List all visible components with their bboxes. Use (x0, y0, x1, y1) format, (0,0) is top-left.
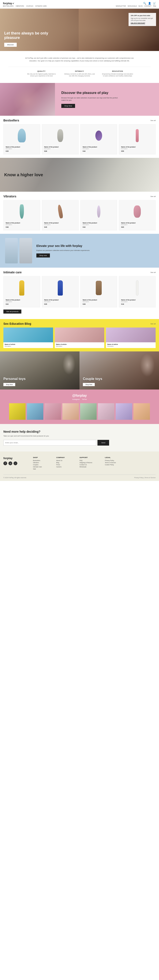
footer-link[interactable]: Terms of Service (105, 462, 124, 463)
personal-toys-card[interactable]: Personal toys Shop Now (0, 352, 80, 390)
footer-link[interactable]: Press (56, 464, 75, 465)
social-image[interactable] (27, 403, 43, 420)
product-card: Name of the product Description €65 (119, 200, 156, 231)
footer-link[interactable]: Privacy Policy (105, 460, 124, 461)
product-price: €28 (83, 303, 115, 305)
search-icon[interactable]: 🔍 (143, 2, 146, 5)
know-banner-content: Know a higher love (0, 168, 47, 181)
tiktok-icon[interactable]: ♪ (14, 461, 17, 465)
footer-link[interactable]: About Us (56, 460, 75, 461)
social-platforms: Instagram TikTok (3, 398, 156, 400)
instagram-icon[interactable]: ◎ (8, 461, 12, 465)
social-image[interactable] (134, 403, 150, 420)
intimacy-desc: Intimacy connects us with and with other… (64, 73, 95, 77)
blue-banner-images (5, 238, 32, 263)
pink-banner-button[interactable]: Shop Now (61, 104, 75, 108)
intimate-see-all-button[interactable]: See all products (3, 310, 21, 313)
logo[interactable]: forplay ↙ (3, 2, 47, 5)
footer-brand: forplay f ◎ ♪ (3, 457, 29, 470)
vibrators-grid: Name of the product Description €38 Name… (0, 200, 159, 231)
facebook-icon[interactable]: f (3, 461, 7, 465)
product-desc: Description (6, 224, 38, 225)
footer-bottom: © 2024 ForPlay. All rights reserved. Pri… (3, 474, 156, 478)
footer-link[interactable]: Shipping & Returns (80, 462, 101, 463)
social-handle[interactable]: @forplay (3, 394, 156, 398)
social-image[interactable] (62, 403, 79, 420)
product-price: €35 (44, 303, 76, 305)
nav-bestsellers[interactable]: BESTSELLERS (3, 5, 14, 7)
product-name: Name of the product (121, 146, 153, 148)
education-title: EDUCATION (102, 70, 134, 72)
help-email-input[interactable] (3, 440, 96, 445)
vibrators-section: Vibrators See all Name of the product De… (0, 192, 159, 234)
pink-banner-desc: Browse through our wide selection of pre… (61, 97, 121, 101)
footer-link[interactable]: Couples (33, 464, 52, 465)
product-desc: Description (121, 148, 153, 150)
education-desc: Empowering intimate knowledge and educat… (102, 73, 134, 77)
vibrators-see-all[interactable]: See all (151, 196, 156, 197)
blue-banner-headline: Elevate your sex life with forplay (37, 244, 90, 248)
help-send-button[interactable]: Send (97, 440, 109, 445)
product-card: Name of the product Description €45 (42, 200, 79, 231)
bestsellers-header: Bestsellers See all (0, 116, 159, 124)
personal-toys-title: Personal toys (3, 377, 76, 381)
hero-cta-button[interactable]: Discover (4, 43, 17, 47)
footer-col-legal: LEGAL Privacy Policy Terms of Service Co… (105, 457, 124, 470)
footer-link[interactable]: Blog (56, 462, 75, 463)
intimate-grid: Name of the product Description €22 Name… (0, 276, 159, 307)
product-name: Name of the product (6, 222, 38, 224)
couple-toys-button[interactable]: Shop Now (83, 383, 95, 386)
footer-link[interactable]: Cookie Policy (105, 464, 124, 465)
blog-article-title: Description (107, 345, 154, 347)
nav-newsletter[interactable]: NEWSLETTER (116, 5, 126, 7)
cart-icon[interactable]: 🛒 (153, 2, 156, 5)
social-grid (3, 403, 156, 420)
right-nav: NEWSLETTER WHOLESALE BLOG CONTACT FAQ (116, 5, 156, 7)
product-price: €18 (121, 303, 153, 305)
nav-intimate[interactable]: INTIMATE CARE (35, 5, 47, 7)
hero-banner: Let there always be only pleasure Discov… (0, 9, 159, 51)
footer-link[interactable]: Careers (56, 466, 75, 468)
footer-link[interactable]: Wholesale (80, 466, 101, 468)
product-image (6, 127, 38, 145)
hero-content: Let there always be only pleasure Discov… (0, 27, 59, 51)
account-icon[interactable]: 👤 (148, 2, 151, 5)
quality-desc: We only use the highest quality material… (25, 73, 57, 77)
hero-headline: Let there always be only pleasure (4, 31, 55, 40)
social-image[interactable] (80, 403, 97, 420)
nav-blog[interactable]: BLOG (138, 5, 143, 7)
intimate-see-all[interactable]: See all (151, 272, 156, 274)
intro-col-education: EDUCATION Empowering intimate knowledge … (102, 70, 134, 77)
blog-card[interactable]: Name of article Description (3, 328, 53, 348)
hero-badge-link[interactable]: UNLOCK DISCOUNT (131, 22, 145, 24)
footer-link[interactable]: FAQ (80, 460, 101, 461)
social-image[interactable] (116, 403, 132, 420)
blog-see-all[interactable]: See all (151, 323, 156, 325)
social-image[interactable] (45, 403, 61, 420)
tiktok-link[interactable]: TikTok (82, 398, 87, 400)
footer-link[interactable]: Sale (33, 468, 52, 470)
blog-card[interactable]: Name of article Description (106, 328, 156, 348)
nav-contact[interactable]: CONTACT (145, 5, 151, 7)
social-image[interactable] (9, 403, 25, 420)
intro-col-quality: QUALITY We only use the highest quality … (25, 70, 57, 77)
product-price: €28 (44, 150, 76, 152)
toys-section: Personal toys Shop Now Couple toys Shop … (0, 352, 159, 390)
footer-link[interactable]: Contact Us (80, 464, 101, 465)
nav-wholesale[interactable]: WHOLESALE (128, 5, 137, 7)
nav-couples[interactable]: COUPLES (26, 5, 33, 7)
blog-card[interactable]: Name of article Description (55, 328, 105, 348)
couple-toys-card[interactable]: Couple toys Shop Now (80, 352, 159, 390)
social-image[interactable] (98, 403, 114, 420)
footer-link[interactable]: Vibrators (33, 462, 52, 463)
blog-grid: Name of article Description Name of arti… (0, 328, 159, 348)
nav-vibrators[interactable]: VIBRATORS (16, 5, 24, 7)
nav-faq[interactable]: FAQ (153, 5, 156, 7)
intro-col-intimacy: INTIMACY Intimacy connects us with and w… (64, 70, 95, 77)
bestsellers-see-all[interactable]: See all (151, 119, 156, 121)
footer-link[interactable]: Bestsellers (33, 460, 52, 461)
instagram-link[interactable]: Instagram (72, 398, 80, 400)
personal-toys-button[interactable]: Shop Now (3, 383, 15, 386)
blue-banner-button[interactable]: Shop now (37, 253, 50, 258)
footer-link[interactable]: Intimate Care (33, 466, 52, 468)
